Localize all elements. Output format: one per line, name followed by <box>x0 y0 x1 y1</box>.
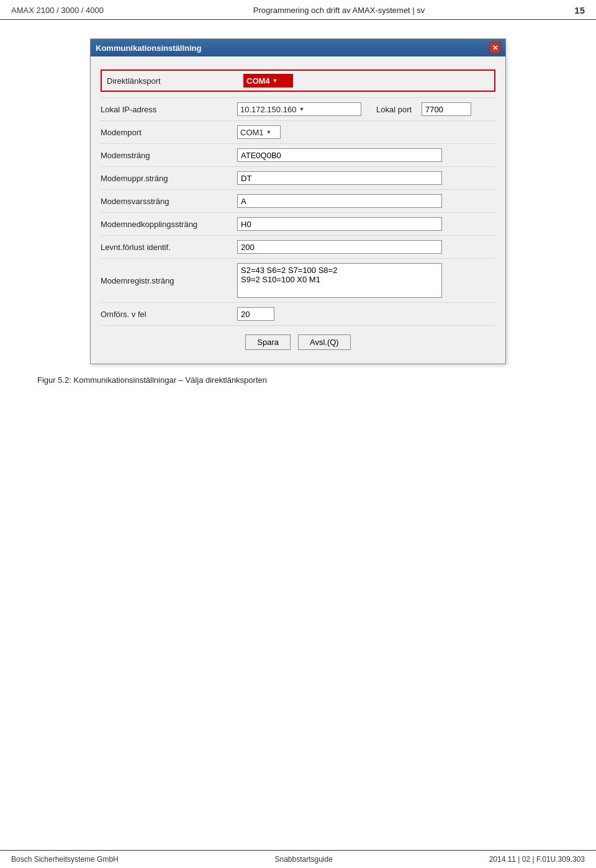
modemsvarssträng-input[interactable] <box>237 194 442 208</box>
footer-version: 2014.11 | 02 | F.01U.309.303 <box>489 855 585 864</box>
modemregistr-row: Modemregistr.sträng S2=43 S6=2 S7=100 S8… <box>101 259 495 303</box>
modemregistr-field: S2=43 S6=2 S7=100 S8=2 S9=2 S10=100 X0 M… <box>237 263 495 298</box>
omfors-label: Omförs. v fel <box>101 310 237 319</box>
levnt-row: Levnt.förlust identif. <box>101 236 495 259</box>
page-number: 15 <box>574 5 585 16</box>
dialog-wrapper: Kommunikationsinställning ✕ Direktlänksp… <box>37 38 559 364</box>
direktlanksport-row: Direktlänksport COM4 ▼ <box>101 64 495 98</box>
levnt-field <box>237 240 495 254</box>
lokal-port-input[interactable] <box>422 102 471 116</box>
modemuppr-row: Modemuppr.sträng <box>101 167 495 190</box>
direktlanksport-select[interactable]: COM4 ▼ <box>243 74 293 87</box>
dialog-buttons: Spara Avsl.(Q) <box>101 326 495 354</box>
modemsvarssträng-label: Modemsvarssträng <box>101 197 237 206</box>
omfors-input[interactable] <box>237 307 274 321</box>
modemsträng-input[interactable] <box>237 148 442 162</box>
modemport-label: Modemport <box>101 128 237 137</box>
levnt-input[interactable] <box>237 240 442 254</box>
lokal-ip-label: Lokal IP-adress <box>101 105 237 114</box>
modemsvarssträng-field <box>237 194 495 208</box>
modemregistr-textarea[interactable]: S2=43 S6=2 S7=100 S8=2 S9=2 S10=100 X0 M… <box>237 263 442 298</box>
direktlanksport-label: Direktlänksport <box>107 76 243 86</box>
page-footer: Bosch Sicherheitsysteme GmbH Snabbstarts… <box>0 850 596 868</box>
modemnedkopplingssträng-row: Modemnedkopplingssträng <box>101 213 495 236</box>
footer-company: Bosch Sicherheitsysteme GmbH <box>11 855 119 864</box>
lokal-ip-row: Lokal IP-adress 10.172.150.160 ▼ Lokal p… <box>101 98 495 121</box>
direktlanksport-value: COM4 <box>246 76 270 86</box>
modemnedkopplingssträng-input[interactable] <box>237 217 442 231</box>
dropdown-arrow-icon: ▼ <box>273 78 278 84</box>
header-title: Programmering och drift av AMAX-systemet… <box>253 6 425 15</box>
modemregistr-label: Modemregistr.sträng <box>101 276 237 285</box>
ip-dropdown-arrow-icon: ▼ <box>299 106 304 112</box>
omfors-field <box>237 307 495 321</box>
omfors-row: Omförs. v fel <box>101 303 495 326</box>
page-header: AMAX 2100 / 3000 / 4000 Programmering oc… <box>0 0 596 20</box>
page-body: Kommunikationsinställning ✕ Direktlänksp… <box>0 20 596 838</box>
modemport-dropdown-arrow-icon: ▼ <box>266 129 272 135</box>
close-icon: ✕ <box>492 44 498 52</box>
dialog-title: Kommunikationsinställning <box>96 43 201 53</box>
figure-caption: Figur 5.2: Kommunikationsinställningar –… <box>37 375 559 385</box>
modemport-row: Modemport COM1 ▼ <box>101 121 495 144</box>
modemnedkopplingssträng-field <box>237 217 495 231</box>
lokal-ip-field: 10.172.150.160 ▼ Lokal port <box>237 102 495 116</box>
modemsvarssträng-row: Modemsvarssträng <box>101 190 495 213</box>
close-button[interactable]: ✕ <box>489 42 500 53</box>
header-product: AMAX 2100 / 3000 / 4000 <box>11 6 104 15</box>
modemnedkopplingssträng-label: Modemnedkopplingssträng <box>101 220 237 229</box>
cancel-button[interactable]: Avsl.(Q) <box>298 334 351 350</box>
dialog-content: Direktlänksport COM4 ▼ Lokal IP-adres <box>91 56 505 364</box>
content-spacer <box>37 385 559 819</box>
modemport-value: COM1 <box>240 128 264 137</box>
modemport-field: COM1 ▼ <box>237 125 495 139</box>
ip-select[interactable]: 10.172.150.160 ▼ <box>237 102 361 116</box>
ip-value: 10.172.150.160 <box>240 105 296 114</box>
modemuppr-field <box>237 171 495 185</box>
modemuppr-label: Modemuppr.sträng <box>101 174 237 183</box>
modemuppr-input[interactable] <box>237 171 442 185</box>
direktlanksport-highlight: Direktlänksport COM4 ▼ <box>101 69 495 92</box>
save-button[interactable]: Spara <box>245 334 291 350</box>
modemsträng-field <box>237 148 495 162</box>
lokal-port-label: Lokal port <box>376 105 412 114</box>
modemsträng-row: Modemsträng <box>101 144 495 167</box>
direktlanksport-field: COM4 ▼ <box>243 74 489 87</box>
modemsträng-label: Modemsträng <box>101 151 237 160</box>
dialog-titlebar: Kommunikationsinställning ✕ <box>91 39 505 56</box>
modemport-select[interactable]: COM1 ▼ <box>237 125 281 139</box>
kommunikation-dialog: Kommunikationsinställning ✕ Direktlänksp… <box>90 38 506 364</box>
levnt-label: Levnt.förlust identif. <box>101 243 237 252</box>
footer-guide: Snabbstartsguide <box>274 855 332 864</box>
